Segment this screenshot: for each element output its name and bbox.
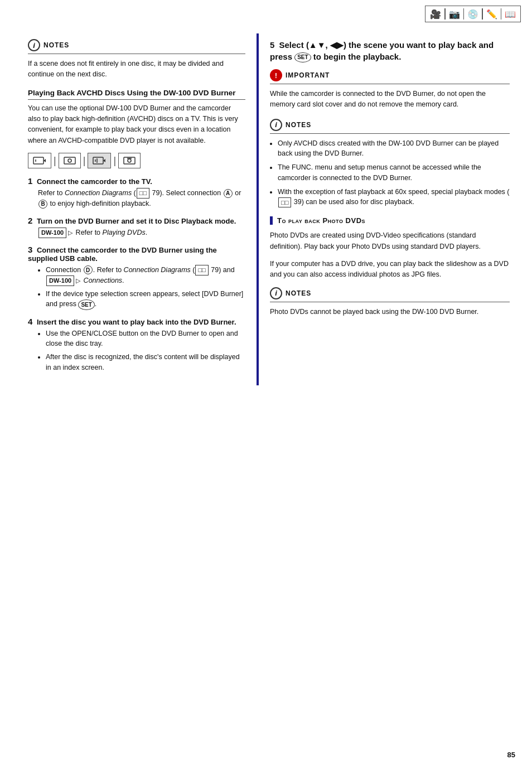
notes-text-1: If a scene does not fit entirely in one … <box>28 59 245 80</box>
important-label: IMPORTANT <box>286 71 330 79</box>
step-5-num: 5 <box>270 40 274 50</box>
notes-header-right: i NOTES <box>270 119 510 134</box>
notes-icon-right: i <box>270 119 282 131</box>
camera-video-icon: 🎥 <box>430 9 441 20</box>
step-3-header: 3 Connect the camcorder to the DVD Burne… <box>28 245 245 263</box>
step-2-title: Turn on the DVD Burner and set it to Dis… <box>37 217 236 225</box>
page-number: 85 <box>507 751 515 759</box>
subheading: Playing Back AVCHD Discs Using the DW-10… <box>28 89 245 100</box>
playback-section-header: To play back Photo DVDs <box>277 216 365 225</box>
icon-divider-2: | <box>83 155 86 167</box>
step-3-title: Connect the camcorder to the DVD Burner … <box>28 246 217 263</box>
step-5-header: 5 Select (▲▼, ◀▶) the scene you want to … <box>270 39 510 62</box>
icon-divider-1: | <box>54 155 56 167</box>
divider3 <box>482 8 483 20</box>
divider4 <box>501 8 502 20</box>
notes-body-right: Only AVCHD discs created with the DW-100… <box>270 138 510 208</box>
pencil-icon: ✏️ <box>486 9 497 20</box>
svg-rect-0 <box>33 157 43 164</box>
playback-section: To play back Photo DVDs Photo DVDs are c… <box>270 216 510 280</box>
step-5: 5 Select (▲▼, ◀▶) the scene you want to … <box>270 39 510 62</box>
svg-rect-5 <box>93 157 103 164</box>
left-column: i NOTES If a scene does not fit entirely… <box>0 33 257 385</box>
notes-header-2: i NOTES <box>270 287 510 302</box>
device-icon-3 <box>88 153 111 168</box>
notes-icon-2: i <box>270 287 282 299</box>
important-text: While the camcorder is connected to the … <box>270 89 510 110</box>
notes-item-2: The FUNC. menu and setup menus cannot be… <box>278 162 510 183</box>
step-1-title: Connect the camcorder to the TV. <box>37 177 152 186</box>
svg-rect-3 <box>64 157 75 164</box>
notes-body-2: Photo DVDs cannot be played back using t… <box>270 307 510 317</box>
step-4-title: Insert the disc you want to play back in… <box>37 318 236 326</box>
step-4-num: 4 <box>28 317 32 326</box>
step-1-num: 1 <box>28 176 32 186</box>
step-1-header: 1 Connect the camcorder to the TV. <box>28 176 245 186</box>
step-2: 2 Turn on the DVD Burner and set it to D… <box>28 216 245 238</box>
notes-label-1: NOTES <box>43 41 69 49</box>
svg-point-10 <box>128 159 131 162</box>
device-icon-1 <box>28 153 51 168</box>
step-4-body: Use the OPEN/CLOSE button on the DVD Bur… <box>38 328 245 373</box>
step-3: 3 Connect the camcorder to the DVD Burne… <box>28 245 245 310</box>
step-3-num: 3 <box>28 245 32 254</box>
notes-label-2: NOTES <box>286 289 311 297</box>
important-body: While the camcorder is connected to the … <box>270 89 510 110</box>
disc-icon: 💿 <box>467 9 478 20</box>
step-4-header: 4 Insert the disc you want to play back … <box>28 317 245 326</box>
page: i NOTES If a scene does not fit entirely… <box>0 0 532 408</box>
step-2-num: 2 <box>28 216 32 225</box>
divider2 <box>463 8 465 20</box>
notes-header-1: i NOTES <box>28 39 245 54</box>
notes-item-1: Only AVCHD discs created with the DW-100… <box>278 138 510 159</box>
camera-photo-icon: 📷 <box>449 9 460 20</box>
notes-item-3: With the exception of fast playback at 6… <box>278 187 510 208</box>
step-5-text: Select (▲▼, ◀▶) the scene you want to pl… <box>270 40 494 61</box>
notes-body-1: If a scene does not fit entirely in one … <box>28 59 245 80</box>
notes-text-2: Photo DVDs cannot be played back using t… <box>270 307 510 317</box>
icon-divider-3: | <box>113 155 116 167</box>
step-4: 4 Insert the disc you want to play back … <box>28 317 245 373</box>
right-column: 5 Select (▲▼, ◀▶) the scene you want to … <box>257 33 532 385</box>
playback-body-1: Photo DVDs are created using DVD-Video s… <box>270 230 510 252</box>
important-header: ! IMPORTANT <box>270 69 510 84</box>
book-icon: 📖 <box>505 9 516 20</box>
playback-body-2: If your computer has a DVD drive, you ca… <box>270 259 510 280</box>
icon-row: | | | <box>28 153 245 168</box>
step-2-body: DW-100▷ Refer to Playing DVDs. <box>38 228 245 238</box>
step-2-header: 2 Turn on the DVD Burner and set it to D… <box>28 216 245 225</box>
top-bar: 🎥 📷 💿 ✏️ 📖 <box>425 6 521 22</box>
device-icon-2 <box>59 153 81 168</box>
important-icon: ! <box>270 69 282 81</box>
notes-list-right: Only AVCHD discs created with the DW-100… <box>278 138 510 208</box>
step-1: 1 Connect the camcorder to the TV. Refer… <box>28 176 245 209</box>
notes-label-right: NOTES <box>286 121 311 129</box>
notes-icon-1: i <box>28 39 40 51</box>
svg-point-4 <box>68 159 71 162</box>
body-text: You can use the optional DW-100 DVD Burn… <box>28 103 245 147</box>
step-1-body: Refer to Connection Diagrams (□□ 79). Se… <box>38 188 245 209</box>
step-3-body: Connection D. Refer to Connection Diagra… <box>38 265 245 310</box>
divider1 <box>444 8 446 20</box>
device-icon-4 <box>118 153 141 168</box>
set-button: SET <box>294 52 311 62</box>
